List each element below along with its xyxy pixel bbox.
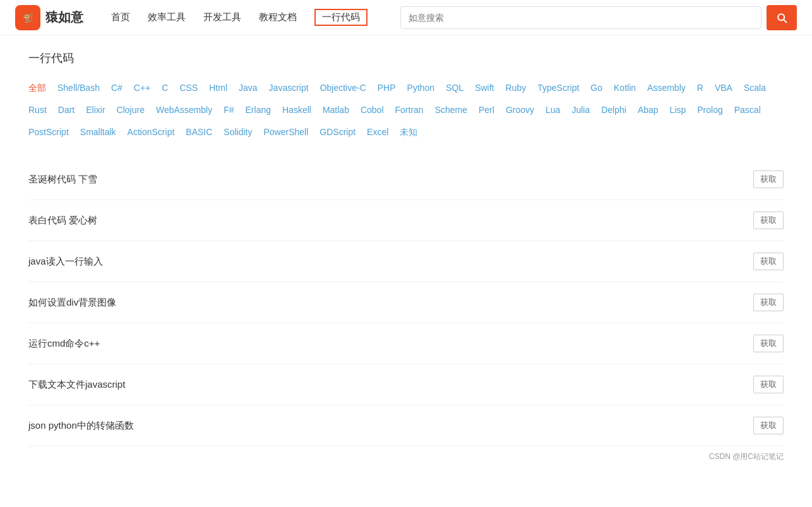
tag-Prolog[interactable]: Prolog	[697, 100, 722, 120]
navigation: 🐒 猿如意 首页效率工具开发工具教程文档一行代码	[0, 0, 812, 35]
tag-Pascal[interactable]: Pascal	[734, 100, 761, 120]
tag-Smalltalk[interactable]: Smalltalk	[80, 122, 116, 142]
search-area	[400, 5, 797, 30]
tag-Excel[interactable]: Excel	[367, 122, 388, 142]
tag-SQL[interactable]: SQL	[446, 78, 463, 98]
tag-全部[interactable]: 全部	[28, 78, 46, 98]
item-list: 圣诞树代码 下雪获取表白代码 爱心树获取java读入一行输入获取如何设置div背…	[28, 159, 784, 446]
tag-CSS[interactable]: CSS	[179, 78, 198, 98]
tag-C++[interactable]: C++	[134, 78, 150, 98]
tag-Rust[interactable]: Rust	[28, 100, 47, 120]
tag-Java[interactable]: Java	[239, 78, 258, 98]
tag-BASIC[interactable]: BASIC	[186, 122, 212, 142]
tag-Javascript[interactable]: Javascript	[269, 78, 309, 98]
search-box	[400, 6, 761, 29]
list-item: 如何设置div背景图像获取	[28, 282, 784, 323]
get-button[interactable]: 获取	[753, 212, 784, 229]
tag-PowerShell[interactable]: PowerShell	[263, 122, 308, 142]
page-title: 一行代码	[28, 51, 784, 66]
list-item: json python中的转储函数获取	[28, 405, 784, 446]
tag-GDScript[interactable]: GDScript	[319, 122, 355, 142]
footer-note: CSDN @用C站记笔记	[28, 451, 784, 462]
tag-Ruby[interactable]: Ruby	[506, 78, 527, 98]
main-content: 一行代码 全部Shell/BashC#C++CCSSHtmlJavaJavasc…	[8, 35, 804, 477]
tag-Erlang[interactable]: Erlang	[246, 100, 271, 120]
get-button[interactable]: 获取	[753, 417, 784, 434]
tag-Scheme[interactable]: Scheme	[435, 100, 467, 120]
search-button[interactable]	[767, 5, 797, 30]
list-item: java读入一行输入获取	[28, 241, 784, 282]
tag-Groovy[interactable]: Groovy	[506, 100, 534, 120]
tag-C[interactable]: C	[162, 78, 168, 98]
tag-Matlab[interactable]: Matlab	[323, 100, 349, 120]
get-button[interactable]: 获取	[753, 253, 784, 270]
get-button[interactable]: 获取	[753, 294, 784, 311]
list-item-title[interactable]: java读入一行输入	[28, 256, 103, 268]
tag-Haskell[interactable]: Haskell	[282, 100, 311, 120]
tag-VBA[interactable]: VBA	[715, 78, 732, 98]
tag-WebAssembly[interactable]: WebAssembly	[156, 100, 212, 120]
tag-filter: 全部Shell/BashC#C++CCSSHtmlJavaJavascriptO…	[28, 78, 784, 141]
nav-link-首页[interactable]: 首页	[111, 9, 130, 26]
logo[interactable]: 🐒 猿如意	[15, 5, 91, 30]
tag-Julia[interactable]: Julia	[571, 100, 590, 120]
tag-Clojure[interactable]: Clojure	[117, 100, 145, 120]
tag-Dart[interactable]: Dart	[58, 100, 75, 120]
tag-Assembly[interactable]: Assembly	[647, 78, 686, 98]
tag-Python[interactable]: Python	[407, 78, 435, 98]
list-item-title[interactable]: 圣诞树代码 下雪	[28, 174, 97, 186]
tag-Kotlin[interactable]: Kotlin	[614, 78, 636, 98]
tag-Cobol[interactable]: Cobol	[361, 100, 384, 120]
search-input[interactable]	[409, 13, 753, 23]
svg-text:🐒: 🐒	[23, 13, 34, 23]
list-item-title[interactable]: 下载文本文件javascript	[28, 379, 125, 391]
tag-PostScript[interactable]: PostScript	[28, 122, 69, 142]
list-item-title[interactable]: 如何设置div背景图像	[28, 297, 116, 309]
tag-ActionScript[interactable]: ActionScript	[128, 122, 175, 142]
tag-Lua[interactable]: Lua	[546, 100, 560, 120]
tag-Shell/Bash[interactable]: Shell/Bash	[57, 78, 100, 98]
list-item: 下载文本文件javascript获取	[28, 364, 784, 405]
get-button[interactable]: 获取	[753, 335, 784, 352]
nav-link-教程文档[interactable]: 教程文档	[259, 9, 297, 26]
list-item-title[interactable]: 表白代码 爱心树	[28, 215, 97, 227]
tag-F#[interactable]: F#	[224, 100, 234, 120]
list-item-title[interactable]: 运行cmd命令c++	[28, 338, 100, 350]
logo-text: 猿如意	[45, 9, 83, 26]
tag-R[interactable]: R	[697, 78, 703, 98]
nav-links: 首页效率工具开发工具教程文档一行代码	[111, 9, 367, 26]
tag-Elixir[interactable]: Elixir	[86, 100, 105, 120]
nav-link-效率工具[interactable]: 效率工具	[148, 9, 186, 26]
tag-Objective-C[interactable]: Objective-C	[320, 78, 366, 98]
get-button[interactable]: 获取	[753, 170, 784, 188]
tag-TypeScript[interactable]: TypeScript	[537, 78, 579, 98]
tag-Solidity[interactable]: Solidity	[224, 122, 252, 142]
nav-link-开发工具[interactable]: 开发工具	[203, 9, 241, 26]
tag-Go[interactable]: Go	[590, 78, 602, 98]
get-button[interactable]: 获取	[753, 376, 784, 393]
list-item: 表白代码 爱心树获取	[28, 200, 784, 241]
tag-Scala[interactable]: Scala	[744, 78, 766, 98]
nav-link-一行代码[interactable]: 一行代码	[314, 9, 367, 26]
list-item: 圣诞树代码 下雪获取	[28, 159, 784, 200]
logo-icon: 🐒	[15, 5, 40, 30]
tag-Abap[interactable]: Abap	[638, 100, 659, 120]
tag-Perl[interactable]: Perl	[479, 100, 494, 120]
tag-PHP[interactable]: PHP	[378, 78, 396, 98]
tag-Swift[interactable]: Swift	[475, 78, 494, 98]
tag-Html[interactable]: Html	[209, 78, 227, 98]
tag-Fortran[interactable]: Fortran	[395, 100, 424, 120]
tag-C#[interactable]: C#	[111, 78, 122, 98]
search-icon	[775, 11, 788, 24]
tag-Lisp[interactable]: Lisp	[670, 100, 686, 120]
list-item-title[interactable]: json python中的转储函数	[28, 420, 134, 432]
tag-Delphi[interactable]: Delphi	[601, 100, 626, 120]
list-item: 运行cmd命令c++获取	[28, 323, 784, 364]
tag-未知[interactable]: 未知	[400, 122, 417, 142]
